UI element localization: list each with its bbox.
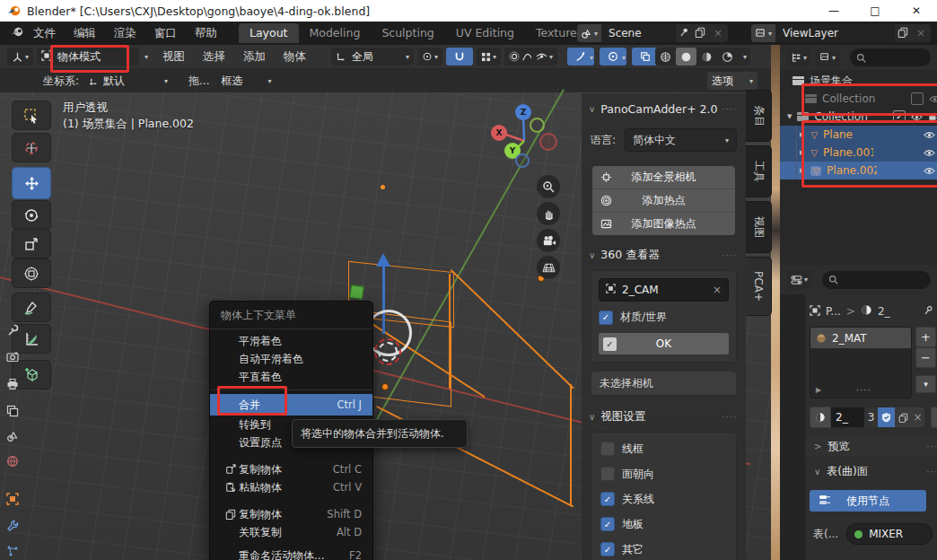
option-wireframe[interactable]: ✓ 线框 [591,436,736,461]
menu-item-shade-auto-smooth[interactable]: 自动平滑着色 [210,350,372,368]
zoom-button[interactable] [537,175,560,198]
tab-modifiers-icon[interactable] [5,519,20,533]
material-slot-row[interactable]: 2_MAT [810,328,911,348]
tab-object-icon[interactable] [5,492,20,506]
snap-settings-button[interactable]: ▾ [477,48,501,66]
workspace-tab-sculpting[interactable]: Sculpting [371,23,444,43]
axis-neg-ball[interactable] [515,153,530,168]
editor-type-button[interactable]: ▾ [7,48,33,66]
surface-section-header[interactable]: ∨ 表(曲)面 ···· [807,461,937,482]
menu-object[interactable]: 物体 [275,49,315,65]
outliner-search-input[interactable] [850,48,931,66]
outliner-filter-button[interactable]: ▾ [815,48,840,66]
menu-window[interactable]: 窗口 [145,26,186,41]
workspace-tab-modeling[interactable]: Modeling [299,23,372,43]
shading-wireframe-button[interactable] [655,48,676,66]
breadcrumb-data-name[interactable]: 2_ [878,305,890,318]
unlink-material-button[interactable]: × [911,407,924,427]
tab-viewlayer-icon[interactable] [5,404,20,418]
menu-item-duplicate-linked[interactable]: 关联复制 Alt D [210,523,372,541]
surface-shader-dropdown[interactable]: MIXER [846,523,933,545]
maximize-button[interactable]: □ [854,0,896,22]
blender-menu-logo-icon[interactable] [11,25,24,41]
tool-annotate[interactable] [12,293,51,322]
tool-cursor[interactable] [12,133,51,162]
transform-orientation[interactable]: 全局 ▾ [331,48,414,66]
option-floor[interactable]: ✓ 地板 [591,512,736,537]
workspace-tab-uv-editing[interactable]: UV Editing [445,23,525,43]
close-button[interactable]: ✕ [896,0,937,22]
shading-chevron-icon[interactable]: ▾ [740,53,750,61]
collapse-icon[interactable]: ∨ [589,412,595,422]
shading-material-button[interactable] [696,48,717,66]
pan-hand-button[interactable] [537,202,560,225]
clear-camera-icon[interactable]: × [713,284,722,296]
remove-slot-button[interactable]: − [915,347,936,368]
viewlayer-selector[interactable]: ▾ ViewLayer × [751,24,931,42]
unlink-scene-icon[interactable]: × [708,27,728,39]
visibility-dropdown[interactable]: ▾ [531,48,557,66]
outliner-display-mode-button[interactable]: ▾ [786,48,811,66]
properties-editor-type-button[interactable]: ▾ [786,271,812,289]
menu-edit[interactable]: 编辑 [65,26,105,41]
tool-scale[interactable] [12,229,51,258]
option-other[interactable]: ✓ 其它 [591,537,736,560]
language-dropdown[interactable]: 简体中文 ▾ [625,128,737,152]
add-image-hotspot-button[interactable]: 添加图像热点 [592,213,735,235]
shading-rendered-button[interactable] [717,48,738,66]
collapse-icon[interactable]: ∨ [589,250,595,260]
add-pano-camera-button[interactable]: 添加全景相机 [592,166,735,189]
new-scene-icon[interactable] [692,27,708,40]
menu-item-shade-flat[interactable]: 平直着色 [210,368,372,386]
menu-item-copy-objects[interactable]: 复制物体 Ctrl C [210,460,372,478]
tab-output-icon[interactable] [5,377,20,391]
object-icon[interactable] [810,305,820,319]
tab-tool-icon[interactable] [5,323,20,337]
workspace-tab-layout[interactable]: Layout [239,23,299,43]
slot-play-icon[interactable]: ▶ [816,386,821,394]
menu-view[interactable]: 视图 [153,49,194,65]
scene-selector[interactable]: ▾ Scene × [577,24,728,42]
panel-grip-icon[interactable]: ···· [926,467,937,477]
gizmos-chevron-icon[interactable]: ▾ [590,54,593,62]
move-gizmo-z-arrowhead[interactable] [376,253,390,267]
slot-specials-button[interactable]: ▾ [915,375,936,393]
nav-axis-gizmo[interactable]: Z X Y [495,101,567,171]
menu-item-rename-active[interactable]: 重命名活动物体... F2 [210,547,372,560]
menu-item-duplicate-objects[interactable]: 复制物体 Shift D [210,505,372,523]
menu-item-shade-smooth[interactable]: 平滑着色 [210,332,372,350]
material-world-checkbox[interactable]: ✓ 材质/世界 [599,310,729,325]
scale-cube-handle[interactable] [349,284,364,300]
menu-select[interactable]: 选择 [194,49,234,65]
panel-grip-icon[interactable]: ···· [722,104,737,114]
new-viewlayer-icon[interactable] [895,27,911,40]
add-hotspot-button[interactable]: 添加热点 [592,189,735,213]
perspective-toggle-button[interactable] [537,256,560,279]
material-name-field[interactable]: 2_ [831,407,864,427]
shading-solid-button[interactable] [676,48,696,66]
material-sphere-icon[interactable] [861,304,872,319]
options-dropdown[interactable]: 选项 ▾ [707,72,757,90]
camera-name-field[interactable]: 2_CAM × [599,278,729,302]
option-face-orientation[interactable]: ✓ 面朝向 [591,461,736,486]
axis-neg-ball[interactable] [530,118,545,133]
axis-x-ball[interactable]: X [491,125,507,141]
tool-rotate[interactable] [12,200,51,230]
sidebar-tab-item[interactable]: 条目 [746,90,772,142]
panel-grip-icon[interactable]: ···· [722,412,737,422]
coord-system-dropdown[interactable]: 默认 ▾ [84,72,172,90]
sidebar-tab-pca[interactable]: PCA+ [746,257,772,316]
overlays-chevron-icon[interactable]: ▾ [622,54,626,62]
menu-add[interactable]: 添加 [234,49,275,65]
tool-transform[interactable] [12,258,51,288]
option-relationship-lines[interactable]: ✓ 关系线 [591,486,736,512]
browse-material-button[interactable] [810,407,831,428]
axis-neg-ball[interactable] [539,133,557,151]
pivot-point-button[interactable]: ▾ [417,48,442,66]
expand-icon[interactable]: ▼ [787,113,792,120]
nodetree-type-button[interactable]: ▾ [931,407,937,428]
ok-button[interactable]: ✓ OK [599,333,729,354]
properties-search-input[interactable] [822,271,931,289]
remove-viewlayer-icon[interactable]: × [911,27,931,39]
panel-grip-icon[interactable]: ···· [722,250,737,260]
